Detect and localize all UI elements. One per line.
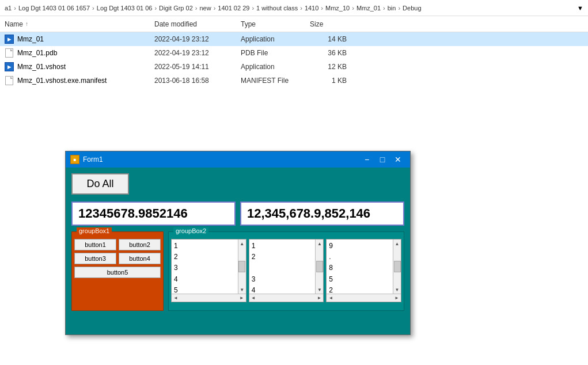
list-item[interactable]: 2 [174,252,236,263]
breadcrumb-dropdown[interactable]: ▼ [577,5,583,12]
breadcrumb-1401[interactable]: 1401 02 29 [218,5,249,12]
scroll-right-icon[interactable]: ► [238,295,245,302]
listbox2-vscroll[interactable]: ▲ ▼ [315,239,323,294]
file-type: MANIFEST File [241,77,310,85]
col-header-name[interactable]: Name ↑ [5,20,154,28]
button2[interactable]: button2 [119,239,161,250]
scroll-right-icon[interactable]: ► [393,295,400,302]
file-size: 36 KB [310,49,356,57]
listbox3-content[interactable]: 9 . 8 5 2 . 1 [327,239,393,294]
list-item[interactable]: 3 [174,263,236,273]
list-item[interactable]: 5 [329,274,390,285]
breadcrumb-debug[interactable]: Debug [403,5,421,12]
listboxes-row: 1 2 3 4 5 6 7 ▲ ▼ [171,239,401,302]
col-header-type[interactable]: Type [241,20,310,28]
table-row[interactable]: Mmz_01.vshost.exe.manifest 2013-06-18 16… [0,74,588,88]
list-item[interactable]: 1 [252,241,313,252]
groupbox1: groupBox1 button1 button2 button3 button… [71,231,164,311]
listbox3-vscroll[interactable]: ▲ ▼ [393,239,401,294]
breadcrumb-mmz10[interactable]: Mmz_10 [325,5,350,12]
button3[interactable]: button3 [74,253,116,264]
bottom-section: groupBox1 button1 button2 button3 button… [71,231,404,311]
listbox1-hscroll[interactable]: ◄ ► [172,294,246,302]
groupbox1-buttons: button1 button2 button3 button4 button5 [74,239,161,278]
scroll-left-icon[interactable]: ◄ [172,295,179,302]
breadcrumb-logdgt1[interactable]: Log Dgt 1403 01 06 1657 [18,5,90,12]
file-type: PDB File [241,49,310,57]
scroll-down-icon[interactable]: ▼ [238,286,245,293]
number-display-left: 12345678.9852146 [71,201,236,226]
file-size: 14 KB [310,35,356,43]
file-icon [5,76,14,85]
number-display-right: 12,345,678.9,852,146 [240,201,404,226]
scroll-down-icon[interactable]: ▼ [316,286,323,293]
list-item[interactable]: 9 [329,241,390,252]
scroll-thumb[interactable] [238,261,245,272]
list-item[interactable]: 4 [174,274,236,285]
file-date: 2022-05-19 14:11 [154,63,241,71]
list-item[interactable]: 1 [174,241,236,252]
breadcrumb-new[interactable]: new [199,5,211,12]
minimize-button[interactable]: − [359,153,374,166]
breadcrumb-digitgrp[interactable]: Digit Grp 02 [159,5,193,12]
scroll-down-icon[interactable]: ▼ [394,286,401,293]
col-header-size[interactable]: Size [310,20,356,28]
file-icon [5,48,14,58]
breadcrumb-a1[interactable]: a1 [5,5,12,12]
file-type: Application [241,63,310,71]
titlebar-buttons: − □ ✕ [359,153,405,166]
listbox1-vscroll[interactable]: ▲ ▼ [238,239,246,294]
list-item[interactable]: 8 [329,263,390,273]
listbox2[interactable]: 1 2 3 4 5 ▲ ▼ [249,239,324,302]
scroll-left-icon[interactable]: ◄ [327,295,334,302]
scroll-thumb[interactable] [394,261,401,272]
breadcrumb-noclass[interactable]: 1 without class [256,5,298,12]
file-name: Mmz_01.vshost [17,63,66,71]
listbox2-hscroll[interactable]: ◄ ► [249,294,324,302]
file-name: Mmz_01.pdb [17,49,57,57]
scroll-up-icon[interactable]: ▲ [394,240,401,247]
groupbox2-label: groupBox2 [173,227,208,234]
maximize-button[interactable]: □ [375,153,390,166]
button1[interactable]: button1 [74,239,116,250]
close-button[interactable]: ✕ [390,153,405,166]
scroll-left-icon[interactable]: ◄ [250,295,257,302]
list-item[interactable]: 5 [174,285,236,294]
scroll-right-icon[interactable]: ► [316,295,323,302]
breadcrumb-bin[interactable]: bin [388,5,396,12]
groupbox1-label: groupBox1 [77,227,112,234]
breadcrumb-logdgt2[interactable]: Log Dgt 1403 01 06 [97,5,153,12]
file-size: 12 KB [310,63,356,71]
breadcrumb-1410[interactable]: 1410 [305,5,318,12]
list-item[interactable]: 2 [329,285,390,294]
listbox1[interactable]: 1 2 3 4 5 6 7 ▲ ▼ [171,239,246,302]
do-all-button[interactable]: Do All [71,173,129,195]
button4[interactable]: button4 [119,253,161,264]
file-name: Mmz_01.vshost.exe.manifest [17,77,107,85]
list-item[interactable]: 2 [252,252,313,263]
app-icon: ▶ [5,35,14,44]
form-title: Form1 [83,155,359,164]
listbox3-hscroll[interactable]: ◄ ► [327,294,401,302]
form-titlebar[interactable]: ■ Form1 − □ ✕ [66,151,410,168]
button5[interactable]: button5 [74,267,161,278]
list-item[interactable]: . [329,252,390,263]
breadcrumb-mmz01[interactable]: Mmz_01 [356,5,381,12]
col-header-date[interactable]: Date modified [154,20,241,28]
listbox3[interactable]: 9 . 8 5 2 . 1 ▲ ▼ [326,239,401,302]
listbox1-content[interactable]: 1 2 3 4 5 6 7 [172,239,238,294]
file-type: Application [241,35,310,43]
list-item[interactable]: 4 [252,285,313,294]
list-item[interactable] [252,263,313,273]
scroll-up-icon[interactable]: ▲ [238,240,245,247]
table-row[interactable]: ▶ Mmz_01 2022-04-19 23:12 Application 14… [0,32,588,46]
scroll-thumb[interactable] [316,261,323,272]
app-icon: ▶ [5,62,14,71]
table-row[interactable]: ▶ Mmz_01.vshost 2022-05-19 14:11 Applica… [0,60,588,74]
scroll-up-icon[interactable]: ▲ [316,240,323,247]
breadcrumb[interactable]: a1 › Log Dgt 1403 01 06 1657 › Log Dgt 1… [0,0,588,16]
table-row[interactable]: Mmz_01.pdb 2022-04-19 23:12 PDB File 36 … [0,46,588,60]
listbox2-content[interactable]: 1 2 3 4 5 [249,239,316,294]
list-item[interactable]: 3 [252,274,313,285]
number-displays: 12345678.9852146 12,345,678.9,852,146 [71,201,404,226]
